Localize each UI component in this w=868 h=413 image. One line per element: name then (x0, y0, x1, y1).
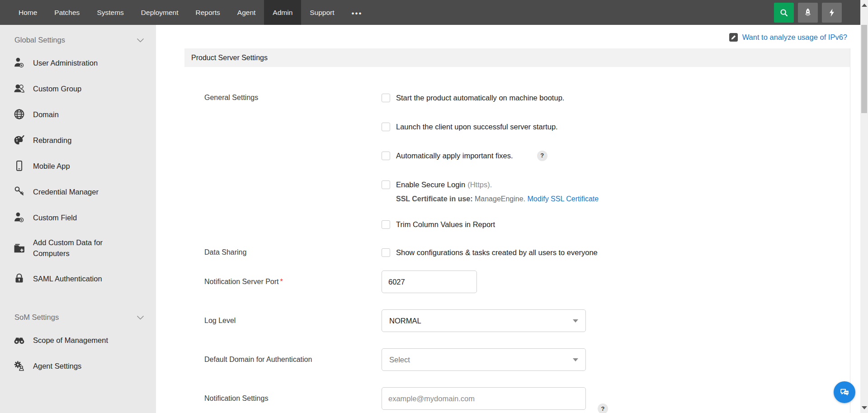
sidebar-item-domain[interactable]: Domain (0, 101, 156, 127)
page-body: Global Settings User Administration (0, 25, 868, 413)
secure-login-text: Enable Secure Login (396, 180, 465, 189)
checkbox-label: Trim Column Values in Report (396, 219, 495, 230)
getting-started-button[interactable] (798, 3, 818, 23)
notification-help-icon[interactable]: ? (598, 404, 608, 413)
add-custom-data-icon (13, 242, 25, 254)
sidebar-item-add-custom-data[interactable]: Add Custom Data for Computers (0, 230, 156, 266)
sidebar-item-label: Custom Field (33, 212, 77, 223)
auto-start-checkbox[interactable] (382, 94, 390, 102)
live-chat-button[interactable] (834, 381, 855, 403)
sidebar-item-label: Rebranding (33, 135, 71, 146)
sidebar-item-label: Mobile App (33, 161, 70, 171)
top-nav: Home Patches Systems Deployment Reports … (0, 0, 868, 25)
launch-client-checkbox[interactable] (382, 123, 390, 131)
notification-settings-row: Notification Settings ? (204, 387, 850, 410)
important-fixes-checkbox[interactable] (382, 152, 390, 160)
nav-actions (774, 0, 850, 25)
checkbox-row-launch-client: Launch the client upon successful server… (382, 121, 599, 132)
important-fixes-help-icon[interactable]: ? (537, 151, 547, 161)
sidebar-item-custom-group[interactable]: Custom Group (0, 76, 156, 101)
domain-icon (13, 108, 25, 120)
sidebar-item-label: Agent Settings (33, 361, 81, 371)
sidebar-item-rebranding[interactable]: Rebranding (0, 127, 156, 153)
data-sharing-checkbox[interactable] (382, 248, 390, 257)
nav-item-patches[interactable]: Patches (46, 0, 88, 25)
trim-columns-checkbox[interactable] (382, 220, 390, 229)
data-sharing-label: Data Sharing (204, 247, 382, 258)
nav-item-deployment[interactable]: Deployment (132, 0, 187, 25)
sidebar-item-saml-authentication[interactable]: SAML Authentication (0, 266, 156, 291)
default-domain-row: Default Domain for Authentication Select (204, 348, 850, 371)
edit-pencil-icon (729, 33, 738, 42)
ssl-cert-value: ManageEngine. (473, 195, 528, 203)
checkbox-label: Start the product automatically on machi… (396, 92, 564, 103)
scrollbar-thumb[interactable] (861, 25, 867, 113)
credential-manager-icon (13, 185, 25, 198)
nav-item-support[interactable]: Support (301, 0, 343, 25)
notification-email-input[interactable] (382, 387, 586, 410)
vertical-scrollbar[interactable] (860, 0, 868, 413)
nav-more-menu[interactable]: ••• (343, 0, 371, 25)
section-label: SoM Settings (14, 313, 59, 322)
panel-title: Product Server Settings (184, 48, 850, 67)
scope-of-management-icon (13, 334, 25, 346)
general-settings-checkbox-group: Start the product automatically on machi… (382, 92, 599, 230)
scroll-up-arrow-icon[interactable] (862, 4, 867, 7)
checkbox-label: Enable Secure Login(Https). (396, 179, 492, 190)
notification-input-wrap: ? (382, 387, 586, 410)
sidebar-item-mobile-app[interactable]: Mobile App (0, 153, 156, 179)
sidebar-item-custom-field[interactable]: Custom Field (0, 204, 156, 230)
modify-ssl-certificate-link[interactable]: Modify SSL Certificate (528, 195, 599, 203)
default-domain-select[interactable]: Select (382, 348, 586, 371)
required-asterisk: * (280, 278, 283, 285)
dropdown-arrow-icon (573, 319, 578, 323)
section-global-settings[interactable]: Global Settings (0, 30, 156, 50)
user-administration-icon (13, 57, 25, 69)
checkbox-label: Launch the client upon successful server… (396, 121, 558, 132)
checkbox-row-trim-columns: Trim Column Values in Report (382, 219, 599, 230)
settings-sidebar: Global Settings User Administration (0, 25, 156, 413)
search-button[interactable] (774, 3, 794, 23)
sidebar-item-agent-settings[interactable]: Agent Settings (0, 353, 156, 379)
log-level-select[interactable]: NORMAL (382, 309, 586, 332)
lightning-icon (827, 8, 836, 18)
notification-settings-label: Notification Settings (204, 393, 382, 404)
selected-value: NORMAL (389, 317, 421, 325)
section-label: Global Settings (14, 36, 65, 44)
log-level-label: Log Level (204, 315, 382, 326)
sidebar-item-label: User Administration (33, 57, 98, 68)
sidebar-item-user-administration[interactable]: User Administration (0, 50, 156, 76)
sidebar-item-label: Add Custom Data for Computers (33, 237, 139, 259)
custom-group-icon (13, 82, 25, 95)
settings-form: General Settings Start the product autom… (184, 67, 850, 410)
mobile-app-icon (13, 160, 25, 172)
chevron-down-icon (137, 315, 144, 320)
section-som-settings[interactable]: SoM Settings (0, 308, 156, 327)
sidebar-item-label: Credential Manager (33, 186, 99, 197)
default-domain-label: Default Domain for Authentication (204, 354, 382, 365)
rebranding-icon (13, 134, 25, 146)
sidebar-item-label: SAML Authentication (33, 273, 102, 284)
general-settings-row: General Settings Start the product autom… (204, 92, 850, 230)
nav-item-agent[interactable]: Agent (229, 0, 264, 25)
nav-item-admin[interactable]: Admin (264, 0, 301, 25)
sidebar-item-label: Domain (33, 109, 59, 120)
ipv6-analyze-link[interactable]: Want to analyze usage of IPv6? (742, 33, 847, 42)
sidebar-item-scope-of-management[interactable]: Scope of Management (0, 327, 156, 353)
checkbox-row-important-fixes: Automatically apply important fixes. ? (382, 150, 599, 161)
quick-actions-button[interactable] (822, 3, 842, 23)
chat-bubbles-icon (839, 386, 851, 399)
sidebar-item-credential-manager[interactable]: Credential Manager (0, 179, 156, 204)
saml-authentication-icon (13, 272, 25, 285)
nav-item-home[interactable]: Home (10, 0, 46, 25)
nav-item-reports[interactable]: Reports (187, 0, 229, 25)
secure-login-checkbox[interactable] (382, 180, 390, 189)
main-content: Want to analyze usage of IPv6? Product S… (156, 25, 868, 413)
agent-settings-icon (13, 360, 25, 372)
notification-port-row: Notification Server Port* (204, 271, 850, 293)
scroll-down-arrow-icon[interactable] (862, 406, 867, 409)
nav-item-systems[interactable]: Systems (88, 0, 132, 25)
data-sharing-row: Data Sharing Show configurations & tasks… (204, 247, 850, 258)
notification-port-label: Notification Server Port* (204, 276, 382, 287)
notification-port-input[interactable] (382, 271, 477, 293)
